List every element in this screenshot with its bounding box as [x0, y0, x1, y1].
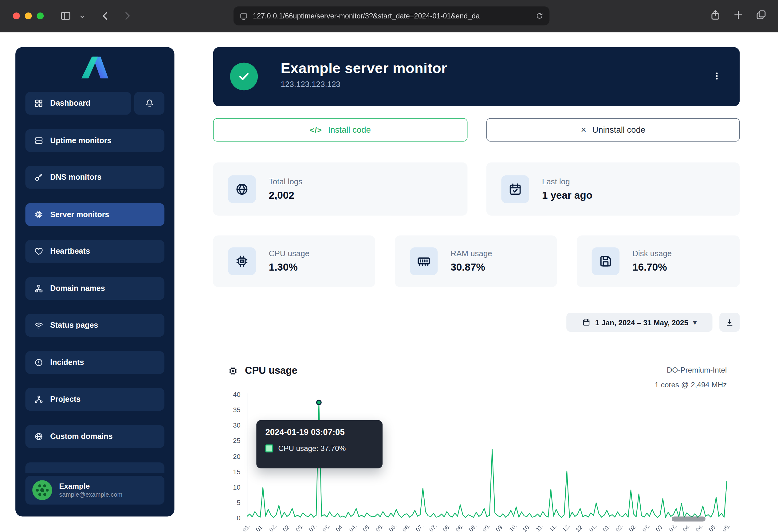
- stat-label: RAM usage: [451, 249, 492, 258]
- sidebar-item-uptime-monitors[interactable]: Uptime monitors: [25, 129, 164, 152]
- y-tick-label: 20: [219, 453, 240, 460]
- date-range-label: 1 Jan, 2024 – 31 May, 2025: [595, 318, 688, 327]
- y-tick-label: 25: [219, 437, 240, 444]
- sidebar: Dashboard Uptime monitors DNS monitors S…: [15, 47, 174, 517]
- page-settings-icon[interactable]: [239, 12, 248, 20]
- stat-value: 2,002: [269, 189, 302, 201]
- calendar-check-icon: [501, 175, 529, 203]
- uninstall-code-button[interactable]: × Uninstall code: [486, 118, 740, 142]
- install-code-button[interactable]: </> Install code: [213, 118, 468, 142]
- sidebar-item-status-pages[interactable]: Status pages: [25, 314, 164, 337]
- y-tick-label: 0: [219, 515, 240, 522]
- server-info: DO-Premium-Intel 1 cores @ 2,494 MHz: [655, 362, 727, 392]
- disk-icon: [592, 247, 620, 275]
- y-tick-label: 40: [219, 391, 240, 398]
- stat-label: CPU usage: [269, 249, 309, 258]
- stat-label: Last log: [542, 177, 593, 186]
- user-account-card[interactable]: Example sample@example.com: [25, 476, 164, 505]
- kebab-menu-icon[interactable]: [712, 70, 722, 82]
- y-tick-label: 30: [219, 422, 240, 429]
- server-stack-icon: [34, 136, 43, 145]
- app-window: 127.0.0.1/66uptime/server-monitor/3?&sta…: [0, 0, 778, 532]
- new-tab-icon[interactable]: [732, 9, 744, 21]
- tooltip-value: CPU usage: 37.70%: [278, 444, 346, 452]
- page-title: Example server monitor: [281, 60, 447, 77]
- sidebar-item-server-monitors[interactable]: Server monitors: [25, 203, 164, 226]
- window-minimize-button[interactable]: [25, 12, 32, 19]
- uninstall-code-label: Uninstall code: [593, 125, 645, 135]
- sidebar-item-label: DNS monitors: [50, 173, 101, 182]
- code-icon: </>: [310, 125, 322, 134]
- sidebar-item-incidents[interactable]: Incidents: [25, 351, 164, 374]
- server-model: DO-Premium-Intel: [655, 362, 727, 377]
- notifications-button[interactable]: [134, 92, 165, 114]
- sidebar-item-domain-names[interactable]: Domain names: [25, 277, 164, 300]
- caret-down-icon: ▾: [693, 319, 697, 326]
- sidebar-item-label: Domain names: [50, 284, 105, 293]
- cpu-usage-card: CPU usage1.30%: [213, 235, 375, 287]
- sidebar-item-label: Server monitors: [50, 210, 109, 219]
- user-email: sample@example.com: [59, 491, 122, 499]
- window-zoom-button[interactable]: [37, 12, 44, 19]
- tooltip-datetime: 2024-01-19 03:07:05: [265, 428, 373, 437]
- stat-label: Disk usage: [632, 249, 672, 258]
- sidebar-item-dashboard[interactable]: Dashboard: [25, 92, 131, 114]
- last-log-card: Last log1 year ago: [486, 163, 740, 215]
- monitor-header-card: Example server monitor 123.123.123.123: [213, 47, 740, 106]
- chart-header: CPU usage: [228, 365, 297, 376]
- cpu-icon: [228, 247, 256, 275]
- cpu-icon: [228, 366, 238, 376]
- url-text: 127.0.0.1/66uptime/server-monitor/3?&sta…: [253, 12, 531, 20]
- stat-value: 1 year ago: [542, 189, 593, 201]
- tab-overview-icon[interactable]: [755, 9, 767, 21]
- alert-circle-icon: [34, 358, 43, 367]
- sitemap-icon: [34, 284, 43, 293]
- chart-tooltip: 2024-01-19 03:07:05 CPU usage: 37.70%: [256, 420, 383, 468]
- wifi-icon: [34, 321, 43, 330]
- sidebar-item-projects[interactable]: Projects: [25, 388, 164, 411]
- date-range-picker[interactable]: 1 Jan, 2024 – 31 May, 2025 ▾: [566, 313, 712, 332]
- address-bar[interactable]: 127.0.0.1/66uptime/server-monitor/3?&sta…: [234, 6, 549, 25]
- back-button-icon[interactable]: [99, 10, 111, 22]
- heart-icon: [34, 247, 43, 256]
- stat-value: 16.70%: [632, 261, 672, 273]
- sidebar-item-dns-monitors[interactable]: DNS monitors: [25, 166, 164, 189]
- x-tick-label: 06. 01.: [224, 523, 251, 532]
- app-logo[interactable]: [81, 55, 109, 80]
- total-logs-card: Total logs2,002: [213, 163, 468, 215]
- sidebar-item-label: Uptime monitors: [50, 136, 111, 145]
- avatar: [32, 480, 52, 500]
- cpu-chip-icon: [34, 210, 43, 219]
- reload-icon[interactable]: [536, 12, 544, 20]
- sidebar-item-heartbeats[interactable]: Heartbeats: [25, 240, 164, 263]
- horizontal-scrollbar-thumb[interactable]: [672, 517, 705, 522]
- download-button[interactable]: [719, 313, 740, 332]
- y-tick-label: 5: [219, 499, 240, 507]
- install-code-label: Install code: [328, 125, 371, 135]
- stat-label: Total logs: [269, 177, 302, 186]
- nodes-icon: [34, 395, 43, 404]
- bell-icon: [145, 99, 154, 108]
- sidebar-toggle-icon[interactable]: [60, 10, 72, 22]
- series-legend-swatch: [265, 444, 273, 452]
- chart-title: CPU usage: [245, 365, 297, 376]
- disk-usage-card: Disk usage16.70%: [577, 235, 740, 287]
- sidebar-item-custom-domains[interactable]: Custom domains: [25, 425, 164, 448]
- globe-icon: [228, 175, 256, 203]
- window-close-button[interactable]: [13, 12, 20, 19]
- y-tick-label: 15: [219, 468, 240, 475]
- sidebar-item-label: Incidents: [50, 358, 84, 367]
- chevron-down-icon[interactable]: [80, 14, 85, 19]
- sidebar-item-label: Projects: [50, 395, 80, 404]
- user-name: Example: [59, 481, 122, 491]
- download-icon: [725, 318, 734, 327]
- forward-button-icon[interactable]: [122, 10, 133, 22]
- browser-chrome: 127.0.0.1/66uptime/server-monitor/3?&sta…: [0, 0, 778, 32]
- close-icon: ×: [581, 125, 586, 135]
- monitor-ip: 123.123.123.123: [281, 80, 340, 89]
- share-icon[interactable]: [709, 9, 721, 21]
- y-tick-label: 35: [219, 407, 240, 414]
- grid-icon: [34, 99, 43, 108]
- ram-icon: [410, 247, 438, 275]
- sidebar-item-label: Custom domains: [50, 432, 112, 441]
